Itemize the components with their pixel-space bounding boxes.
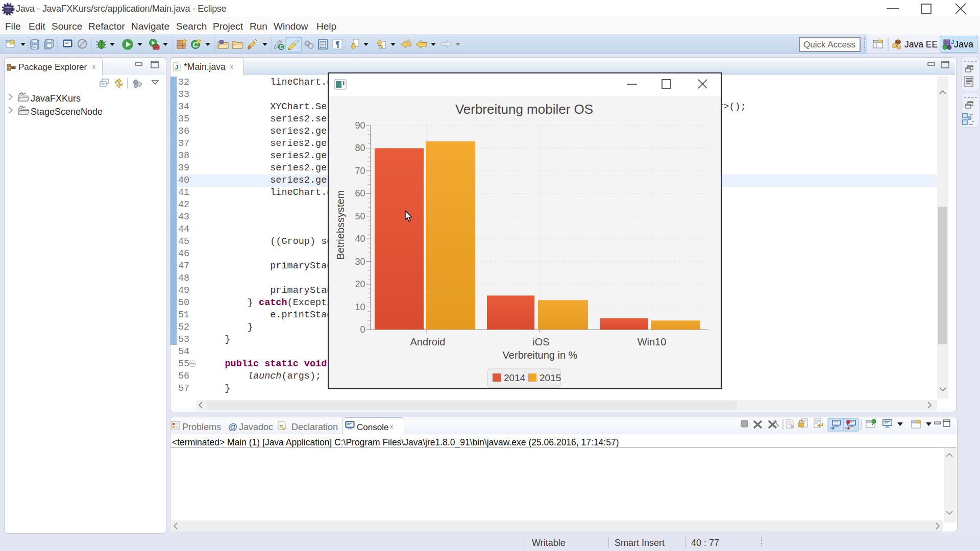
svg-text:2015: 2015 xyxy=(540,372,561,383)
svg-text:40: 40 xyxy=(355,234,365,244)
svg-text:2014: 2014 xyxy=(504,372,526,383)
svg-text:80: 80 xyxy=(355,143,365,153)
svg-text:J: J xyxy=(951,39,954,45)
svg-text:Betriebssystem: Betriebssystem xyxy=(335,190,346,260)
svg-text:Verbreitung mobiler OS: Verbreitung mobiler OS xyxy=(455,102,593,117)
svg-text:50: 50 xyxy=(355,211,365,221)
svg-text:✱: ✱ xyxy=(846,419,850,425)
svg-text:90: 90 xyxy=(355,120,365,131)
svg-text:Android: Android xyxy=(410,336,446,347)
svg-text:C: C xyxy=(279,44,283,50)
svg-text:10: 10 xyxy=(355,302,365,312)
svg-text:Win10: Win10 xyxy=(638,336,667,347)
svg-text:J: J xyxy=(175,64,179,71)
svg-text:30: 30 xyxy=(355,257,365,267)
svg-text:¶: ¶ xyxy=(335,40,340,48)
svg-text:Verbreitung in %: Verbreitung in % xyxy=(503,349,578,361)
svg-text:0: 0 xyxy=(360,324,365,335)
svg-text:60: 60 xyxy=(355,188,365,198)
svg-text:@: @ xyxy=(228,422,237,432)
svg-text:iOS: iOS xyxy=(532,336,549,347)
svg-text:70: 70 xyxy=(355,166,365,176)
svg-text:20: 20 xyxy=(355,279,365,289)
